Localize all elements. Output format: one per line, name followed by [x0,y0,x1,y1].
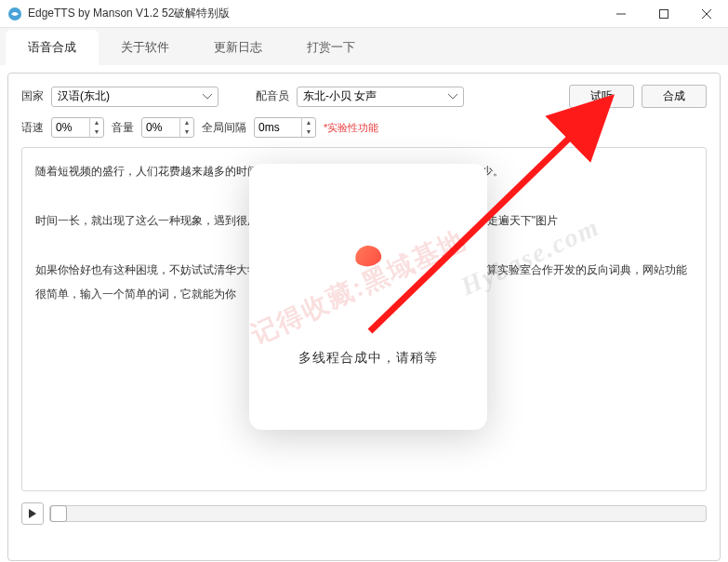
spin-down-icon[interactable]: ▼ [90,127,103,137]
tab-donate[interactable]: 打赏一下 [285,30,377,65]
maximize-button[interactable] [642,0,685,28]
progress-slider[interactable] [49,505,707,522]
tab-about[interactable]: 关于软件 [99,30,192,65]
minimize-button[interactable] [600,0,642,28]
voice-label: 配音员 [256,88,289,104]
speed-input[interactable] [52,121,89,134]
voice-select[interactable]: 东北-小贝 女声 [297,87,464,107]
close-button[interactable] [685,0,728,28]
volume-spinner[interactable]: ▲▼ [141,117,194,138]
spin-up-icon[interactable]: ▲ [90,118,103,127]
speed-label: 语速 [21,120,44,136]
minimize-icon [616,9,626,19]
gap-label: 全局间隔 [202,120,246,136]
experimental-label: *实验性功能 [324,121,378,135]
country-label: 国家 [21,88,44,104]
voice-value: 东北-小贝 女声 [303,88,377,104]
gap-spinner[interactable]: ▲▼ [254,117,316,138]
gap-input[interactable] [255,121,301,134]
synthesize-button[interactable]: 合成 [642,85,707,108]
play-icon [28,509,37,518]
spin-down-icon[interactable]: ▼ [302,127,315,137]
close-icon [702,9,711,19]
settings-row-2: 语速 ▲▼ 音量 ▲▼ 全局间隔 ▲▼ *实验性功能 [21,117,707,138]
titlebar: EdgeTTS by Manson V1.2 52破解特别版 [0,0,728,28]
tab-changelog[interactable]: 更新日志 [192,30,285,65]
player-bar [21,502,707,525]
speed-spinner[interactable]: ▲▼ [51,117,104,138]
volume-label: 音量 [112,120,134,136]
preview-button[interactable]: 试听 [569,85,634,108]
modal-message: 多线程合成中，请稍等 [298,350,438,367]
volume-input[interactable] [142,121,179,134]
country-select[interactable]: 汉语(东北) [51,87,218,107]
svg-rect-2 [660,10,668,19]
country-value: 汉语(东北) [58,88,110,104]
tab-tts[interactable]: 语音合成 [6,30,99,65]
spin-down-icon[interactable]: ▼ [180,127,193,137]
chevron-down-icon [203,94,212,100]
loading-modal: 多线程合成中，请稍等 [249,164,487,430]
spinner-icon [354,244,383,268]
slider-thumb[interactable] [50,505,67,522]
window-controls [600,0,728,27]
tab-bar: 语音合成 关于软件 更新日志 打赏一下 [0,28,728,65]
window-title: EdgeTTS by Manson V1.2 52破解特别版 [28,6,600,21]
app-icon [7,7,22,21]
play-button[interactable] [21,502,44,525]
spin-up-icon[interactable]: ▲ [180,118,193,127]
chevron-down-icon [448,94,457,100]
maximize-icon [659,9,668,19]
spin-up-icon[interactable]: ▲ [302,118,315,127]
settings-row-1: 国家 汉语(东北) 配音员 东北-小贝 女声 试听 合成 [21,85,707,108]
